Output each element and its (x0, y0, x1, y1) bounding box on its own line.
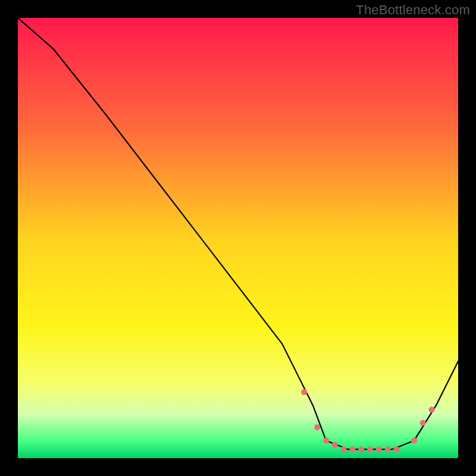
marker-point (332, 442, 338, 448)
marker-point (301, 389, 307, 395)
marker-point (341, 446, 347, 452)
marker-point (429, 407, 435, 413)
marker-point (376, 446, 382, 452)
plot-area (18, 18, 458, 458)
chart-frame: TheBottleneck.com (0, 0, 476, 476)
marker-point (393, 446, 399, 452)
marker-point (385, 446, 391, 452)
chart-svg (18, 18, 458, 458)
gradient-background (18, 18, 458, 458)
marker-point (314, 424, 320, 430)
marker-point (323, 437, 329, 443)
marker-point (358, 446, 364, 452)
marker-point (411, 437, 417, 443)
watermark-text: TheBottleneck.com (356, 2, 470, 18)
marker-point (367, 446, 373, 452)
marker-point (420, 420, 426, 426)
marker-point (349, 446, 355, 452)
